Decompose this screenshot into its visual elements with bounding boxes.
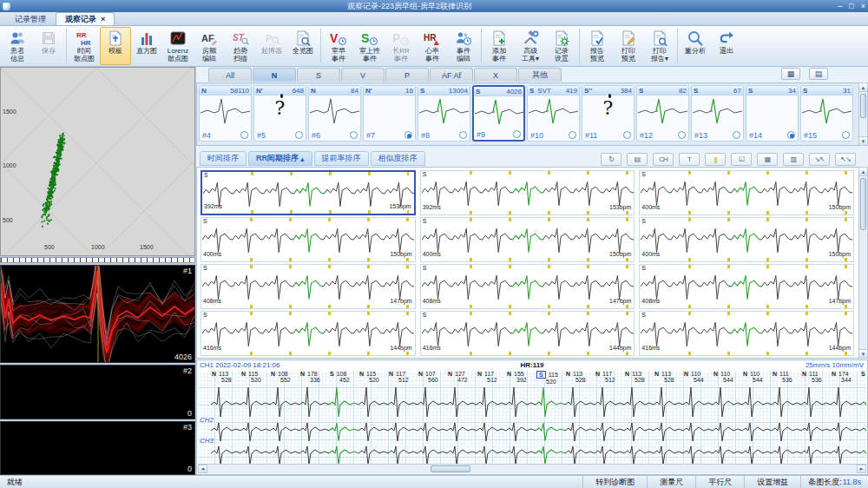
lorenz-scatter-plot[interactable]: 1500 1000 500 500 1000 1500: [0, 67, 195, 256]
strip-cell[interactable]: S400ms150bpm: [201, 217, 416, 262]
template-layout-icon[interactable]: ▤: [809, 68, 828, 80]
strip-cell[interactable]: S416ms144bpm: [639, 311, 854, 356]
template-radio[interactable]: [678, 131, 686, 139]
template-overlay-panel-2[interactable]: #2 0: [0, 365, 195, 419]
class-tab-s[interactable]: S: [297, 68, 340, 82]
class-tab-其他[interactable]: 其他: [518, 68, 562, 82]
template-card[interactable]: N58110#4: [199, 85, 252, 142]
tab-record-management[interactable]: 记录管理: [5, 12, 56, 25]
minimize-icon[interactable]: –: [838, 0, 842, 12]
grid-dense-icon[interactable]: ▦: [757, 153, 778, 166]
toolbar-patient-info-button[interactable]: 患者 信息: [2, 27, 33, 65]
template-radio[interactable]: [569, 131, 576, 139]
text-size-icon[interactable]: T: [679, 153, 700, 166]
template-overlay-panel-1[interactable]: #1 4026: [0, 265, 195, 363]
measure-ruler-button[interactable]: 测量尺: [647, 476, 695, 488]
toolbar-advanced-tools-button[interactable]: 高级 工具▾: [515, 27, 546, 65]
template-card[interactable]: N'648?#5: [253, 85, 306, 142]
class-tab-p[interactable]: P: [385, 68, 429, 82]
viewer-scrollbar[interactable]: ◄ ►: [198, 464, 866, 473]
viewer-grid[interactable]: CH2 CH3 N113528N115520N108552N178336S108…: [198, 371, 866, 465]
template-radio[interactable]: [459, 131, 467, 139]
template-radio[interactable]: [787, 131, 795, 139]
sort-tab[interactable]: 时间排序: [200, 151, 247, 166]
template-radio[interactable]: [295, 131, 303, 139]
toolbar-pacemaker-button[interactable]: P起搏器: [256, 27, 287, 65]
template-overlay-panel-3[interactable]: #3 0: [0, 421, 195, 475]
set-gain-button[interactable]: 设置增益: [744, 476, 800, 488]
class-tab-n[interactable]: N: [253, 68, 296, 82]
template-card[interactable]: S13004#8: [418, 85, 470, 142]
tab-close-icon[interactable]: ×: [101, 15, 105, 23]
toolbar-af-edit-button[interactable]: AF房颤 编辑: [194, 27, 225, 65]
goto-diagnosis-button[interactable]: 转到诊断图: [582, 476, 647, 488]
ecg-viewer[interactable]: CH1 2022-02-09 18:21:06 HR:119 25mm/s 10…: [196, 359, 868, 475]
template-card[interactable]: S''384?#11: [582, 85, 635, 142]
toolbar-print-report-button[interactable]: 打印 报告▾: [644, 27, 675, 65]
strip-cell[interactable]: S400ms150bpm: [639, 170, 854, 215]
toolbar-report-preview-button[interactable]: 报告 预览: [582, 27, 613, 65]
template-grid-icon[interactable]: ▦: [781, 68, 800, 80]
strip-cell[interactable]: S392ms153bpm: [420, 170, 635, 215]
template-card[interactable]: S67#13: [691, 85, 744, 142]
expand-icon[interactable]: ↖↘: [835, 153, 856, 166]
toolbar-overview-button[interactable]: 全览图: [287, 27, 319, 65]
strip-cell[interactable]: S408ms147bpm: [420, 264, 635, 309]
scroll-left-icon[interactable]: ◄: [198, 465, 207, 473]
strip-cell[interactable]: S400ms150bpm: [420, 217, 635, 262]
template-card[interactable]: SSVT419#10: [527, 85, 580, 142]
close-icon[interactable]: ×: [861, 0, 865, 12]
strip-cell[interactable]: S400ms150bpm: [639, 217, 854, 262]
strip-cell[interactable]: S408ms147bpm: [639, 264, 854, 309]
toolbar-exit-button[interactable]: 退出: [711, 27, 742, 65]
tab-observe-record[interactable]: 观察记录 ×: [56, 12, 115, 25]
template-radio[interactable]: [350, 131, 358, 139]
strip-cell[interactable]: S416ms144bpm: [420, 311, 635, 356]
parallel-ruler-button[interactable]: 平行尺: [695, 476, 744, 488]
scroll-right-icon[interactable]: ►: [857, 465, 866, 473]
calipers-icon[interactable]: |||: [705, 153, 726, 166]
class-tab-x[interactable]: X: [474, 68, 517, 82]
toolbar-add-event-button[interactable]: 添加 事件: [483, 27, 515, 65]
template-card[interactable]: S4026#9: [472, 85, 525, 142]
template-card[interactable]: S82#12: [636, 85, 689, 142]
template-radio[interactable]: [842, 131, 850, 139]
refresh-icon[interactable]: ↻: [601, 153, 621, 166]
grid-pairs-icon[interactable]: ▥: [783, 153, 804, 166]
toolbar-long-rr-events-button[interactable]: P长RR 事件: [385, 27, 417, 65]
strip-grid-scrollbar[interactable]: ▲ ▼: [858, 167, 868, 359]
template-radio[interactable]: [623, 131, 631, 139]
toolbar-template-button[interactable]: 模板: [100, 27, 131, 65]
strip-cell[interactable]: S408ms147bpm: [201, 264, 416, 309]
class-tab-af-af[interactable]: AF Af: [430, 68, 473, 82]
channel-icon[interactable]: CH: [653, 153, 674, 166]
sort-tab[interactable]: 相似度排序: [371, 151, 425, 166]
toolbar-lorenz-scatter-button[interactable]: Lorenz 散点图: [162, 27, 194, 65]
template-card[interactable]: S34#14: [746, 85, 799, 142]
maximize-icon[interactable]: □: [849, 0, 853, 12]
template-row-scrollbar[interactable]: ▲ ▼: [858, 82, 868, 146]
template-radio[interactable]: [733, 131, 740, 139]
scroll-down-icon[interactable]: ▼: [859, 349, 867, 358]
toolbar-event-edit-button[interactable]: 事件 编辑: [448, 27, 479, 65]
toolbar-hr-events-button[interactable]: HR心率 事件: [417, 27, 448, 65]
toolbar-histogram-button[interactable]: 直方图: [131, 27, 162, 65]
toolbar-reanalyze-button[interactable]: 重分析: [680, 27, 711, 65]
strip-cell[interactable]: S416ms144bpm: [201, 311, 416, 356]
template-radio[interactable]: [404, 131, 412, 139]
toolbar-trend-scan-button[interactable]: ST趋势 扫描: [225, 27, 256, 65]
template-radio[interactable]: [513, 130, 521, 138]
strip-cell[interactable]: S392ms153bpm: [201, 170, 416, 215]
collapse-icon[interactable]: ↘↖: [809, 153, 830, 166]
template-card[interactable]: N'16#7: [363, 85, 416, 142]
scroll-down-icon[interactable]: ▼: [859, 136, 867, 145]
toolbar-v-events-button[interactable]: V室早 事件: [323, 27, 354, 65]
toolbar-record-settings-button[interactable]: 记录 设置: [546, 27, 577, 65]
template-card[interactable]: S31#15: [800, 85, 853, 142]
toolbar-time-scatter-button[interactable]: RRHR时间 散点图: [69, 27, 100, 65]
scroll-up-icon[interactable]: ▲: [859, 83, 867, 92]
toolbar-save-button[interactable]: 保存: [33, 27, 64, 65]
mark-list-icon[interactable]: ☑: [731, 153, 752, 166]
toolbar-sv-events-button[interactable]: S室上性 事件: [354, 27, 385, 65]
report-page-icon[interactable]: ▤: [627, 153, 648, 166]
